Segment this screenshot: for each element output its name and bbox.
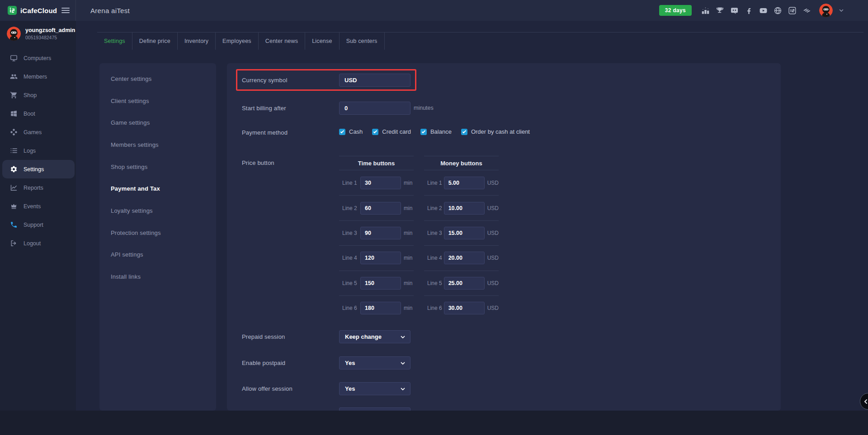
- time-button-input[interactable]: [360, 252, 401, 264]
- payment-method-option-label: Credit card: [382, 128, 411, 135]
- sidebar-item-shop[interactable]: Shop: [0, 86, 76, 104]
- money-button-input[interactable]: [444, 227, 485, 239]
- sidebar-item-reports[interactable]: Reports: [0, 178, 76, 197]
- license-days-badge[interactable]: 32 days: [659, 5, 692, 16]
- time-button-row: Line 3 min: [339, 220, 414, 245]
- money-button-input[interactable]: [444, 277, 485, 290]
- money-button-row: Line 2 USD: [424, 195, 499, 220]
- sidebar-item-icon: [9, 239, 18, 248]
- sidebar-item-label: Logs: [24, 148, 36, 154]
- sidebar-item-support[interactable]: Support: [0, 215, 76, 234]
- user-block[interactable]: youngzsoft_admin 005193482475: [0, 21, 76, 45]
- line-label: Line 3: [342, 230, 360, 236]
- money-button-row: Line 1 USD: [424, 170, 499, 195]
- discord-icon[interactable]: [730, 6, 739, 15]
- sidebar-item-icon: [9, 54, 18, 62]
- chevron-down-icon: [400, 386, 406, 392]
- line-label: Line 1: [342, 180, 360, 186]
- time-button-row: Line 6 min: [339, 295, 414, 320]
- enable-postpaid-label: Enable postpaid: [242, 360, 285, 366]
- sidebar-item-logs[interactable]: Logs: [0, 141, 76, 160]
- time-button-input[interactable]: [360, 302, 401, 314]
- ranking-icon[interactable]: [701, 6, 710, 15]
- checkbox-icon: [420, 129, 427, 135]
- payment-method-checkbox[interactable]: Credit card: [372, 128, 411, 135]
- settings-nav-protection[interactable]: Protection settings: [99, 222, 216, 244]
- time-button-row: Line 4 min: [339, 245, 414, 270]
- time-button-row: Line 2 min: [339, 195, 414, 220]
- sidebar-item-icon: [9, 73, 18, 81]
- enable-postpaid-select[interactable]: Yes: [339, 356, 410, 370]
- settings-nav-shop[interactable]: Shop settings: [99, 156, 216, 178]
- globe-icon[interactable]: [773, 6, 782, 15]
- sidebar-item-members[interactable]: Members: [0, 67, 76, 86]
- sidebar-item-label: Boot: [24, 111, 35, 117]
- start-billing-after-input[interactable]: [339, 102, 410, 115]
- next-setting-select-partial[interactable]: [339, 407, 410, 411]
- settings-nav-game[interactable]: Game settings: [99, 112, 216, 134]
- money-button-input[interactable]: [444, 252, 485, 264]
- settings-nav-members[interactable]: Members settings: [99, 134, 216, 156]
- sidebar-item-icon: [9, 91, 18, 99]
- tab-define-price[interactable]: Define price: [132, 33, 178, 50]
- prepaid-session-select[interactable]: Keep change: [339, 330, 410, 343]
- money-button-input[interactable]: [444, 302, 485, 314]
- youtube-icon[interactable]: [759, 6, 768, 15]
- time-button-input[interactable]: [360, 202, 401, 215]
- usd-unit: USD: [487, 180, 499, 186]
- tab-settings[interactable]: Settings: [97, 33, 132, 50]
- line-label: Line 5: [342, 280, 360, 286]
- sidebar-item-boot[interactable]: Boot: [0, 104, 76, 123]
- sidebar: youngzsoft_admin 005193482475 Computers …: [0, 21, 76, 411]
- tab-inventory[interactable]: Inventory: [178, 33, 216, 50]
- layers-icon[interactable]: [802, 6, 811, 15]
- facebook-icon[interactable]: [744, 6, 753, 15]
- icafecloud-icon[interactable]: [788, 6, 797, 15]
- settings-nav-client[interactable]: Client settings: [99, 90, 216, 112]
- checkbox-icon: [339, 129, 345, 135]
- sidebar-item-games[interactable]: Games: [0, 123, 76, 141]
- settings-nav-loyalty[interactable]: Loyalty settings: [99, 200, 216, 222]
- sidebar-item-logout[interactable]: Logout: [0, 234, 76, 253]
- usd-unit: USD: [487, 280, 499, 286]
- allow-offer-session-label: Allow offer session: [242, 385, 292, 392]
- line-label: Line 2: [427, 205, 444, 211]
- tab-center-news[interactable]: Center news: [259, 33, 305, 50]
- time-button-input[interactable]: [360, 227, 401, 239]
- money-button-input[interactable]: [444, 202, 485, 215]
- payment-method-checkbox[interactable]: Balance: [420, 128, 452, 135]
- tab-license[interactable]: License: [305, 33, 340, 50]
- sidebar-item-icon: [9, 165, 18, 173]
- money-button-input[interactable]: [444, 177, 485, 189]
- sidebar-item-icon: [9, 202, 18, 210]
- min-unit: min: [404, 205, 412, 211]
- payment-method-checkbox[interactable]: Cash: [339, 128, 363, 135]
- brand[interactable]: iCafeCloud: [0, 0, 76, 21]
- time-button-input[interactable]: [360, 277, 401, 290]
- start-billing-after-label: Start billing after: [242, 105, 286, 112]
- settings-nav-center[interactable]: Center settings: [99, 68, 216, 90]
- settings-nav-api[interactable]: API settings: [99, 244, 216, 266]
- trophy-icon[interactable]: [715, 6, 724, 15]
- money-button-row: Line 5 USD: [424, 271, 499, 295]
- sidebar-item-icon: [9, 184, 18, 192]
- time-button-input[interactable]: [360, 177, 401, 189]
- sidebar-item-settings[interactable]: Settings: [2, 160, 75, 178]
- tab-employees[interactable]: Employees: [216, 33, 259, 50]
- chevron-down-icon[interactable]: [838, 7, 844, 14]
- settings-nav-install[interactable]: Install links: [99, 266, 216, 288]
- sidebar-item-events[interactable]: Events: [0, 197, 76, 215]
- chevron-down-icon: [400, 334, 406, 340]
- hamburger-menu-icon[interactable]: [61, 8, 70, 13]
- user-avatar[interactable]: [819, 4, 833, 17]
- usd-unit: USD: [487, 205, 499, 211]
- sidebar-item-computers[interactable]: Computers: [0, 49, 76, 67]
- settings-nav-payment-tax[interactable]: Payment and Tax: [99, 178, 216, 200]
- user-id: 005193482475: [25, 35, 75, 40]
- tab-sub-centers[interactable]: Sub centers: [340, 33, 385, 50]
- payment-method-checkbox[interactable]: Order by cash at client: [461, 128, 530, 135]
- line-label: Line 1: [427, 180, 444, 186]
- line-label: Line 2: [342, 205, 360, 211]
- currency-symbol-input[interactable]: [339, 74, 410, 87]
- allow-offer-session-select[interactable]: Yes: [339, 382, 410, 395]
